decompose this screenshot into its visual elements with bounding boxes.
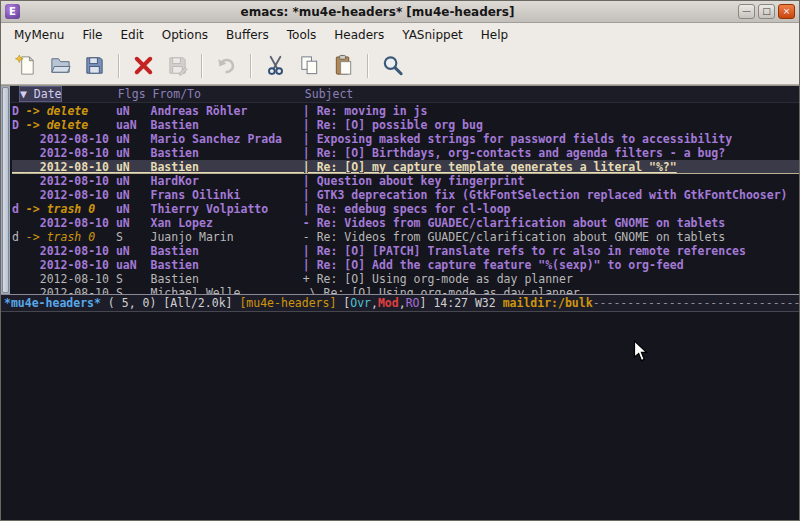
message-row[interactable]: 2012-08-10 uN Frans Oilinki | GTK3 depre…	[12, 188, 799, 202]
emacs-window: E emacs: *mu4e-headers* [mu4e-headers] —…	[0, 0, 800, 521]
message-from: Mario Sanchez Prada	[151, 132, 303, 146]
header-line: ▼ Date Flgs From/To Subject	[10, 86, 799, 103]
message-date: -> delete	[26, 118, 116, 132]
paste-icon[interactable]	[326, 51, 360, 81]
menu-item-yasnippet[interactable]: YASnippet	[393, 23, 472, 47]
message-from: Bastien	[151, 146, 303, 160]
new-file-icon[interactable]	[9, 51, 43, 81]
menu-item-mymenu[interactable]: MyMenu	[5, 23, 73, 47]
header-pad	[12, 87, 19, 101]
message-mark	[12, 188, 26, 202]
menu-item-tools[interactable]: Tools	[278, 23, 326, 47]
message-mark: D	[12, 118, 26, 132]
message-mark	[12, 146, 26, 160]
message-date: 2012-08-10	[26, 286, 116, 294]
close-buffer-icon[interactable]	[126, 51, 160, 81]
message-mark	[12, 272, 26, 286]
message-row[interactable]: 2012-08-10 uN Bastien | Re: [O] Birthday…	[12, 146, 799, 160]
menu-item-file[interactable]: File	[73, 23, 111, 47]
message-row[interactable]: d -> trash 0 uN Thierry Volpiatto | Re: …	[12, 202, 799, 216]
toolbar-separator	[118, 54, 119, 78]
message-flags: uaN	[116, 258, 151, 272]
message-row[interactable]: D -> delete uN Andreas Röhler | Re: movi…	[12, 104, 799, 118]
modeline-segment-orange: [mu4e-headers]	[239, 296, 336, 310]
message-mark	[12, 132, 26, 146]
message-date: 2012-08-10	[26, 160, 116, 174]
maximize-button[interactable]: □	[758, 4, 775, 19]
message-subject: | Re: [O] Add the capture feature "%(sex…	[303, 258, 684, 272]
message-row[interactable]: d -> trash 0 S Juanjo Marin - Re: Videos…	[12, 230, 799, 244]
message-row[interactable]: 2012-08-10 S Michael Welle \ Re: [O] Usi…	[12, 286, 799, 294]
toolbar-separator	[201, 54, 202, 78]
menu-bar: MyMenuFileEditOptionsBuffersToolsHeaders…	[1, 23, 799, 47]
message-row[interactable]: 2012-08-10 uN Xan Lopez - Re: Videos fro…	[12, 216, 799, 230]
menu-item-help[interactable]: Help	[472, 23, 517, 47]
cut-icon[interactable]	[258, 51, 292, 81]
message-subject: | Exposing masked strings for password f…	[303, 132, 732, 146]
modeline-segment-orange-bold: maildir:/bulk	[503, 296, 593, 310]
message-flags: uN	[116, 146, 151, 160]
message-subject: | Re: moving in js	[303, 104, 428, 118]
message-flags: uN	[116, 174, 151, 188]
message-from: Bastien	[151, 244, 303, 258]
echo-area[interactable]	[1, 312, 799, 520]
scrollbar[interactable]	[1, 86, 10, 294]
message-from: Michael Welle	[151, 286, 303, 294]
buffer-area[interactable]: D -> delete uN Andreas Röhler | Re: movi…	[10, 103, 799, 294]
message-subject: | Re: edebug specs for cl-loop	[303, 202, 511, 216]
message-subject: - Re: Videos from GUADEC/clarification a…	[303, 216, 725, 230]
message-from: Bastien	[151, 118, 303, 132]
modeline-segment-plain: ( 5, 0) [All/2.0k]	[101, 296, 239, 310]
message-from: Thierry Volpiatto	[151, 202, 303, 216]
message-row[interactable]: 2012-08-10 uN Bastien | Re: [O] my captu…	[12, 160, 799, 174]
header-col-labels: Flgs From/To Subject	[62, 87, 353, 101]
search-icon[interactable]	[375, 51, 409, 81]
save-as-icon	[160, 51, 194, 81]
message-date: -> trash 0	[26, 202, 116, 216]
message-mark	[12, 216, 26, 230]
message-flags: uN	[116, 104, 151, 118]
message-date: -> delete	[26, 104, 116, 118]
modeline-segment-purple: RO	[406, 296, 420, 310]
message-subject: | Question about key fingerprint	[303, 174, 525, 188]
message-flags: uN	[116, 132, 151, 146]
modeline-segment-plain: ,	[399, 296, 406, 310]
message-row[interactable]: D -> delete uaN Bastien | Re: [O] possib…	[12, 118, 799, 132]
message-row[interactable]: 2012-08-10 uN Mario Sanchez Prada | Expo…	[12, 132, 799, 146]
message-flags: S	[116, 230, 151, 244]
modeline-segment-plain: ]	[420, 296, 434, 310]
scrollbar-thumb[interactable]	[2, 87, 9, 293]
menu-item-options[interactable]: Options	[153, 23, 217, 47]
message-row[interactable]: 2012-08-10 uN HardKor | Question about k…	[12, 174, 799, 188]
toolbar-separator	[250, 54, 251, 78]
save-icon[interactable]	[77, 51, 111, 81]
header-col-date[interactable]: ▼ Date	[19, 86, 63, 102]
message-from: Bastien	[151, 272, 303, 286]
message-date: 2012-08-10	[26, 146, 116, 160]
copy-icon[interactable]	[292, 51, 326, 81]
modeline-segment-plain: ,	[371, 296, 378, 310]
message-mark	[12, 174, 26, 188]
message-flags: uaN	[116, 118, 151, 132]
menu-item-buffers[interactable]: Buffers	[217, 23, 278, 47]
message-subject: | Re: [O] [PATCH] Translate refs to rc a…	[303, 244, 746, 258]
message-subject: - Re: Videos from GUADEC/clarification a…	[303, 230, 725, 244]
message-date: 2012-08-10	[26, 272, 116, 286]
message-row[interactable]: 2012-08-10 uaN Bastien | Re: [O] Add the…	[12, 258, 799, 272]
message-from: HardKor	[151, 174, 303, 188]
message-row[interactable]: 2012-08-10 S Bastien + Re: [O] Using org…	[12, 272, 799, 286]
message-row[interactable]: 2012-08-10 uN Bastien | Re: [O] [PATCH] …	[12, 244, 799, 258]
mouse-cursor	[633, 340, 648, 362]
menu-item-headers[interactable]: Headers	[325, 23, 393, 47]
message-subject: + Re: [O] Using org-mode as day planner	[303, 272, 573, 286]
buffer-window: ▼ Date Flgs From/To Subject D -> delete …	[1, 86, 799, 294]
minimize-button[interactable]: —	[738, 4, 755, 19]
open-folder-icon[interactable]	[43, 51, 77, 81]
message-date: -> trash 0	[26, 230, 116, 244]
undo-icon	[209, 51, 243, 81]
close-button[interactable]: ×	[778, 4, 795, 19]
menu-item-edit[interactable]: Edit	[112, 23, 153, 47]
message-subject: | GTK3 deprecation fix (GtkFontSelection…	[303, 188, 788, 202]
message-mark: d	[12, 230, 26, 244]
message-date: 2012-08-10	[26, 174, 116, 188]
